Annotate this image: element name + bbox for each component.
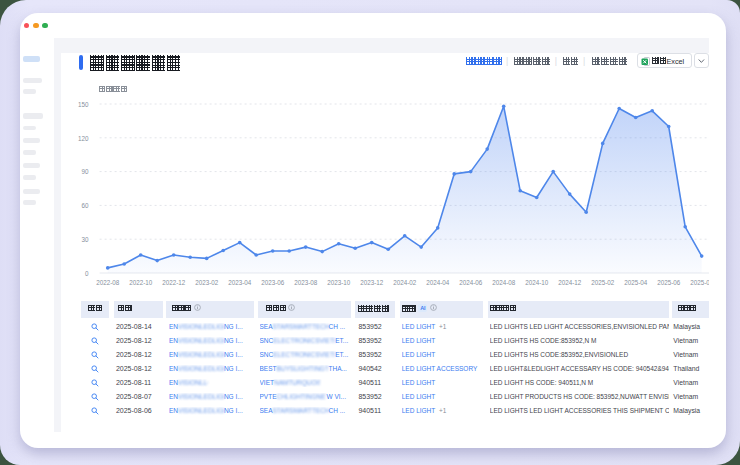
- svg-text:2025-04: 2025-04: [624, 278, 647, 287]
- svg-text:2024-06: 2024-06: [459, 278, 482, 287]
- svg-text:2024-02: 2024-02: [393, 278, 416, 287]
- svg-text:2023-10: 2023-10: [327, 278, 350, 287]
- svg-text:30: 30: [82, 235, 89, 244]
- svg-text:2023-12: 2023-12: [360, 278, 383, 287]
- svg-text:2022-08: 2022-08: [96, 278, 119, 287]
- svg-text:2023-08: 2023-08: [294, 278, 317, 287]
- svg-text:60: 60: [82, 201, 89, 210]
- svg-text:2025-08: 2025-08: [690, 278, 709, 287]
- svg-text:2024-04: 2024-04: [426, 278, 449, 287]
- svg-text:2023-06: 2023-06: [261, 278, 284, 287]
- svg-text:2022-12: 2022-12: [162, 278, 185, 287]
- svg-text:120: 120: [78, 134, 89, 143]
- svg-text:2025-02: 2025-02: [591, 278, 614, 287]
- svg-text:0: 0: [85, 269, 89, 278]
- svg-text:2024-10: 2024-10: [525, 278, 548, 287]
- svg-text:90: 90: [82, 167, 89, 176]
- svg-text:2022-10: 2022-10: [129, 278, 152, 287]
- svg-text:2024-08: 2024-08: [492, 278, 515, 287]
- svg-text:2023-04: 2023-04: [228, 278, 251, 287]
- svg-text:2025-06: 2025-06: [657, 278, 680, 287]
- svg-text:2023-02: 2023-02: [195, 278, 218, 287]
- svg-text:150: 150: [78, 100, 89, 109]
- svg-text:2024-12: 2024-12: [558, 278, 581, 287]
